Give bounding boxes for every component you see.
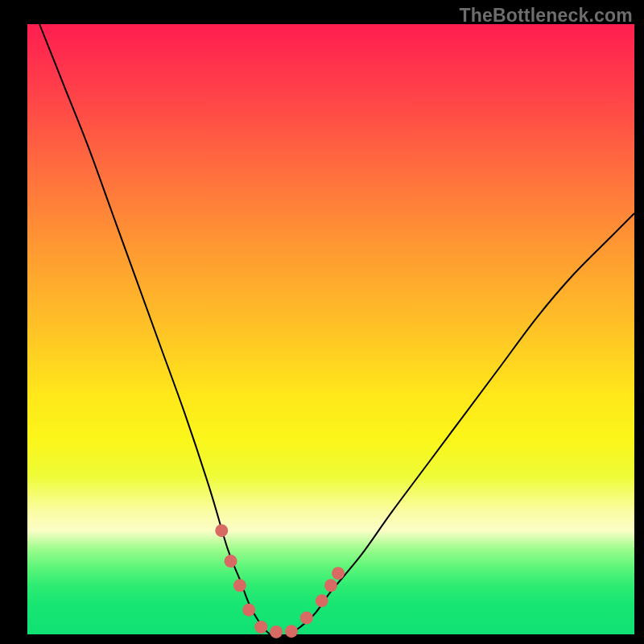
highlight-dot [270,625,283,638]
highlight-dot [215,524,228,537]
highlight-dot [332,567,345,580]
bottleneck-plot [0,0,644,644]
highlight-dot [242,604,255,617]
highlight-dot [316,594,328,607]
highlight-dot [300,612,313,625]
highlight-dot [285,625,298,638]
highlight-dot [233,579,246,592]
highlight-dot [225,555,237,568]
bottleneck-curve [39,24,634,637]
highlight-dot [324,579,337,592]
highlight-dot [254,621,267,634]
